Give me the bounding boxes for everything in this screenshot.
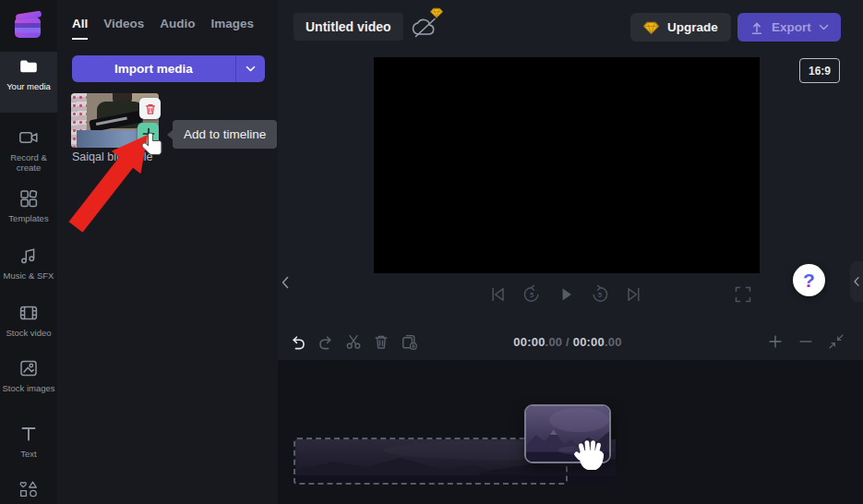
tab-videos[interactable]: Videos	[103, 17, 144, 40]
chevron-down-icon	[246, 66, 256, 72]
project-title[interactable]: Untitled video	[294, 13, 403, 41]
duplicate-button[interactable]	[399, 331, 419, 352]
export-button[interactable]: Export	[737, 13, 841, 42]
aspect-ratio-badge[interactable]: 16:9	[799, 58, 840, 83]
delete-clip-button[interactable]	[371, 331, 391, 352]
svg-text:5: 5	[598, 291, 602, 299]
svg-text:5: 5	[530, 291, 533, 299]
sidebar-item-label: Stock video	[6, 328, 51, 338]
trash-icon	[144, 102, 157, 115]
svg-text:?: ?	[803, 270, 815, 291]
redo-icon	[318, 333, 334, 350]
upgrade-label: Upgrade	[667, 20, 718, 34]
timeline-timestamp: 00:00.00 / 00:00.00	[513, 335, 621, 349]
play-icon	[556, 284, 576, 305]
minus-icon	[797, 332, 815, 351]
clip-preview-art	[526, 406, 609, 462]
sidebar-item-graphics[interactable]	[0, 474, 57, 499]
upload-icon	[749, 20, 764, 35]
sidebar-item-your-media[interactable]: Your media	[0, 52, 57, 113]
time-current: 00:00	[513, 335, 545, 349]
tab-all[interactable]: All	[72, 17, 88, 40]
fit-to-screen-icon	[827, 332, 845, 351]
play-button[interactable]	[555, 283, 577, 306]
plus-icon	[766, 332, 785, 351]
video-preview-canvas	[374, 57, 760, 273]
skip-to-start-button[interactable]	[486, 283, 509, 306]
tab-images[interactable]: Images	[211, 17, 255, 40]
sidebar-item-label: Your media	[6, 81, 51, 91]
sidebar-item-label: Music & SFX	[4, 270, 54, 281]
rewind-5-icon: 5	[521, 284, 542, 305]
clipchamp-logo-icon[interactable]	[11, 8, 46, 43]
split-button[interactable]	[343, 331, 364, 352]
export-label: Export	[772, 20, 811, 34]
collapse-properties-panel-button[interactable]	[850, 261, 863, 302]
time-separator: /	[562, 335, 572, 349]
media-tabs: All Videos Audio Images	[72, 17, 254, 40]
dragged-clip-thumbnail[interactable]	[524, 404, 611, 463]
shapes-icon	[18, 479, 39, 499]
tab-audio[interactable]: Audio	[160, 17, 195, 40]
timeline-edit-toolbar	[288, 331, 419, 352]
collapse-media-panel-button[interactable]	[279, 268, 292, 297]
cloud-backup-off-icon[interactable]	[412, 16, 439, 40]
sidebar-item-music-sfx[interactable]: Music & SFX	[0, 241, 57, 281]
playback-controls: 5 5	[486, 283, 645, 306]
time-total: 00:00	[573, 335, 605, 349]
fit-timeline-button[interactable]	[826, 331, 846, 352]
sidebar-item-label: Text	[20, 449, 36, 459]
film-strip-icon	[18, 303, 39, 323]
fullscreen-button[interactable]	[733, 284, 753, 305]
folder-media-icon	[18, 56, 39, 77]
help-button[interactable]: ?	[793, 264, 825, 296]
music-note-icon	[18, 246, 39, 266]
import-media-dropdown-button[interactable]	[236, 55, 265, 82]
chevron-down-icon	[819, 24, 829, 30]
import-media-split-button: Import media	[72, 55, 265, 82]
upgrade-button[interactable]: Upgrade	[630, 13, 731, 42]
sidebar-item-record-create[interactable]: Record & create	[0, 123, 57, 174]
sidebar-item-stock-images[interactable]: Stock images	[0, 354, 57, 393]
tooltip-add-to-timeline: Add to timeline	[173, 120, 277, 149]
image-icon	[18, 358, 39, 378]
forward-5-icon: 5	[590, 284, 610, 305]
zoom-out-button[interactable]	[796, 331, 816, 352]
clipchamp-editor: Your media Record & create Templates	[0, 0, 863, 504]
time-total-frac: .00	[605, 335, 622, 349]
add-to-timeline-button[interactable]	[138, 123, 159, 144]
forward-5s-button[interactable]: 5	[589, 283, 611, 306]
import-media-button[interactable]: Import media	[72, 55, 235, 82]
sidebar-item-label: Templates	[8, 213, 48, 223]
sidebar-item-text[interactable]: Text	[0, 419, 57, 459]
scissors-icon	[345, 333, 362, 350]
sidebar-item-label: Stock images	[2, 383, 54, 393]
zoom-in-button[interactable]	[765, 331, 785, 352]
media-filename-end: ile	[141, 150, 153, 163]
duplicate-plus-icon	[401, 333, 417, 350]
redo-button[interactable]	[316, 331, 336, 352]
premium-gem-badge-icon	[430, 7, 443, 18]
sidebar-item-stock-video[interactable]: Stock video	[0, 298, 57, 338]
templates-icon	[18, 188, 39, 209]
chevron-left-icon	[853, 276, 860, 287]
timeline-zoom-toolbar	[765, 331, 846, 352]
camera-icon	[18, 127, 39, 148]
time-current-frac: .00	[545, 335, 563, 349]
text-icon	[18, 424, 39, 444]
plus-icon	[142, 127, 155, 140]
chevron-left-icon	[281, 276, 290, 289]
question-icon: ?	[793, 264, 825, 296]
delete-media-button[interactable]	[139, 98, 161, 119]
rewind-5s-button[interactable]: 5	[521, 283, 543, 306]
gem-icon	[643, 21, 659, 34]
skip-to-end-button[interactable]	[623, 283, 645, 306]
skip-start-icon	[487, 284, 508, 305]
media-filename: Saiqal blu	[72, 150, 123, 163]
skip-end-icon	[624, 284, 644, 305]
trash-icon	[373, 333, 390, 350]
sidebar-item-templates[interactable]: Templates	[0, 184, 57, 223]
undo-icon	[290, 333, 306, 350]
fullscreen-icon	[733, 284, 753, 305]
undo-button[interactable]	[288, 331, 308, 352]
